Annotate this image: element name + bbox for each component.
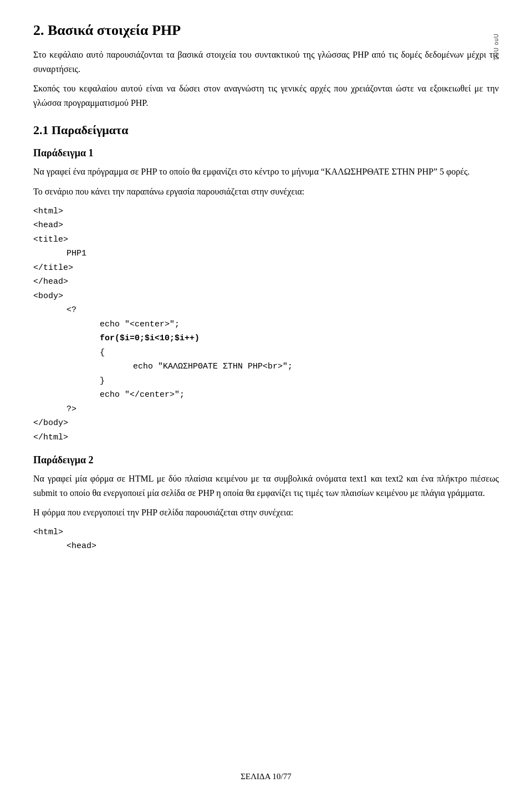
example1-title: Παράδειγμα 1 (33, 147, 499, 159)
intro-paragraph-1: Στο κεφάλαιο αυτό παρουσιάζονται τα βασι… (33, 48, 499, 76)
code-block-2: <html><head> (33, 525, 499, 554)
code-line: </html> (33, 431, 499, 445)
code-line: </head> (33, 275, 499, 289)
code-block-1: <html><head><title>PHP1</title></head><b… (33, 204, 499, 445)
example1-desc: Να γραφεί ένα πρόγραμμα σε PHP το οποίο … (33, 165, 499, 179)
code-line: <? (33, 303, 499, 318)
code-line: <html> (33, 204, 499, 219)
example2-desc: Να γραφεί μία φόρμα σε HTML με δύο πλαίσ… (33, 472, 499, 500)
code-line: for($i=0;$i<10;$i++) (33, 331, 499, 346)
corner-decoration: TOU ouU (482, 33, 510, 78)
code-line: </body> (33, 416, 499, 431)
footer-text: ΣΕΛΙΔΑ 10/77 (241, 772, 291, 781)
code-line: <html> (33, 525, 499, 540)
corner-text: TOU ouU (493, 33, 499, 60)
code-line: { (33, 346, 499, 360)
code-line: echo "ΚΑΛΩΣΗΡΘΑΤΕ ΣΤΗΝ PHP<br>"; (33, 360, 499, 374)
code-line: <head> (33, 539, 499, 554)
code-line: } (33, 374, 499, 388)
code-line: <head> (33, 218, 499, 233)
example1-intro: Το σενάριο που κάνει την παραπάνω εργασί… (33, 185, 499, 199)
code-line: ?> (33, 402, 499, 417)
code-line: <title> (33, 233, 499, 247)
code-line: </title> (33, 261, 499, 275)
chapter-title: 2. Βασικά στοιχεία PHP (33, 22, 499, 39)
example2-title: Παράδειγμα 2 (33, 454, 499, 466)
page-footer: ΣΕΛΙΔΑ 10/77 (0, 772, 532, 781)
code-line: <body> (33, 289, 499, 304)
code-line: echo "</center>"; (33, 388, 499, 402)
code-line: PHP1 (33, 247, 499, 261)
section-title: 2.1 Παραδείγματα (33, 123, 499, 137)
example2-intro: Η φόρμα που ενεργοποιεί την PHP σελίδα π… (33, 505, 499, 520)
intro-paragraph-2: Σκοπός του κεφαλαίου αυτού είναι να δώσε… (33, 81, 499, 110)
code-line: echo "<center>"; (33, 318, 499, 332)
